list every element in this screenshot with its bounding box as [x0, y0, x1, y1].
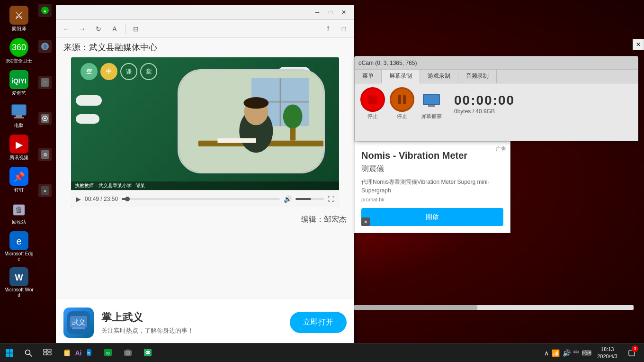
taskbar: Ai 🛍 iQ: [0, 343, 644, 362]
ocam-scrollbar[interactable]: [354, 305, 634, 310]
desktop-icon-recycle[interactable]: 🗑 回收站: [2, 197, 36, 227]
svg-point-27: [44, 118, 46, 119]
notification-center-button[interactable]: 3: [623, 344, 640, 362]
ocam-tab-menu[interactable]: 菜单: [355, 70, 382, 83]
svg-text:▲: ▲: [43, 9, 47, 13]
svg-point-42: [283, 104, 303, 128]
back-button[interactable]: ←: [60, 22, 73, 36]
col2-icon-3[interactable]: □: [38, 76, 52, 89]
volume-fill: [295, 198, 311, 200]
taskbar-clock[interactable]: 18:13 2020/4/3: [594, 346, 620, 360]
col2-icon-5[interactable]: ⚙: [38, 148, 52, 161]
task-view-button[interactable]: [38, 344, 57, 362]
read-button[interactable]: □: [337, 22, 350, 36]
desktop-icon-tengxun[interactable]: ▶ 腾讯视频: [2, 133, 36, 163]
ad-panel-open-button[interactable]: 開啟: [361, 208, 503, 226]
tray-volume-icon[interactable]: 🔊: [563, 349, 571, 357]
date-display: 2020/4/3: [597, 353, 617, 360]
play-button[interactable]: ▶: [76, 195, 81, 203]
tray-network-icon[interactable]: 📶: [552, 349, 560, 357]
label-zhong: 中: [100, 63, 117, 80]
svg-text:▶: ▶: [16, 139, 23, 150]
ocam-tab-audio-record[interactable]: 音频录制: [458, 70, 497, 83]
ime-indicator[interactable]: 中: [573, 349, 579, 357]
maximize-button[interactable]: □: [324, 6, 337, 19]
ad-logo: 武义: [63, 308, 94, 338]
label-ke: 课: [120, 63, 137, 80]
editor-info: 编辑：邹宏杰: [56, 211, 354, 228]
side-panel-close[interactable]: ✕: [633, 39, 644, 50]
bookmark-button[interactable]: ⊟: [129, 22, 143, 36]
svg-text:iQ: iQ: [106, 351, 110, 355]
svg-rect-8: [14, 117, 24, 118]
taskbar-app-camera[interactable]: [118, 344, 137, 362]
svg-point-66: [127, 352, 129, 354]
col2-icon-6[interactable]: ≡: [38, 184, 52, 197]
desktop-icon-yinyangshi[interactable]: ⚔ 阴阳师: [2, 4, 36, 34]
system-tray: ∧ 📶 🔊 中 ⌨ 18:13 2020/4/3 3: [540, 344, 644, 362]
font-button[interactable]: A: [108, 22, 121, 36]
svg-rect-53: [44, 349, 47, 352]
minimize-button[interactable]: ─: [311, 6, 324, 19]
ocam-screen-capture-button[interactable]: [419, 87, 444, 112]
ocam-tab-game-record[interactable]: 游戏录制: [420, 70, 458, 83]
label-kong: 空: [80, 63, 98, 80]
taskbar-app-wechat[interactable]: 💬: [138, 344, 157, 362]
desktop-icon-iqiyi[interactable]: iQIYI 爱奇艺: [2, 68, 36, 99]
desktop-icon-dingding[interactable]: 📌 钉钉: [2, 165, 36, 195]
ocam-controls: 停止 停止 屏幕捕获 00:00:00 0bytes / 40.9GB: [355, 83, 638, 124]
svg-text:W: W: [15, 273, 23, 282]
ocam-tab-screen-record[interactable]: 屏幕录制: [382, 70, 420, 83]
col2-icon-4[interactable]: [38, 112, 52, 125]
ad-panel-title: Nomis - Vibration Meter: [361, 150, 503, 161]
svg-rect-40: [217, 138, 256, 143]
volume-bar[interactable]: [295, 198, 324, 200]
close-button[interactable]: ✕: [337, 6, 350, 19]
screen-label: 屏幕捕获: [421, 113, 442, 120]
refresh-button[interactable]: ↻: [92, 22, 105, 36]
ocam-screen-group: 屏幕捕获: [419, 87, 444, 120]
tray-overflow-button[interactable]: ∧: [544, 349, 549, 357]
svg-rect-45: [72, 327, 85, 329]
ocam-titlebar: oCam (0, 3, 1365, 765): [355, 56, 638, 70]
forward-button[interactable]: →: [76, 22, 89, 36]
start-button[interactable]: [0, 344, 19, 362]
svg-text:武义: 武义: [72, 318, 85, 326]
desktop-icon-word[interactable]: W Microsoft Word: [2, 265, 36, 299]
ad-panel-close-icon[interactable]: ✕: [361, 217, 370, 226]
ad-open-button[interactable]: 立即打开: [290, 312, 347, 333]
desktop-icon-360[interactable]: 360 360安全卫士: [2, 36, 36, 66]
tray-keyboard-icon[interactable]: ⌨: [582, 349, 591, 357]
fullscreen-button[interactable]: ⛶: [328, 195, 334, 203]
ad-panel-url: promat.hk: [361, 197, 503, 202]
svg-rect-7: [16, 115, 22, 117]
volume-button[interactable]: 🔊: [284, 195, 292, 203]
ai-button[interactable]: Ai: [70, 344, 87, 362]
stop-label: 停止: [367, 113, 378, 120]
col2-icon-1[interactable]: ▲: [38, 4, 52, 17]
ocam-scrollbar-thumb[interactable]: [354, 305, 477, 310]
search-button[interactable]: [19, 344, 38, 362]
ai-label: Ai: [75, 349, 82, 357]
progress-dot: [125, 197, 130, 201]
ocam-stop-button[interactable]: [360, 87, 385, 112]
col2-icon-2[interactable]: 👤: [38, 40, 52, 53]
video-controls: ▶ 00:49 / 23:50 🔊 ⛶: [71, 190, 339, 207]
share-button[interactable]: ⤴: [321, 22, 334, 36]
page-header: 来源：武义县融媒体中心: [56, 38, 354, 57]
svg-text:□: □: [44, 81, 46, 85]
progress-bar[interactable]: [122, 198, 280, 200]
taskbar-app-iqiyi[interactable]: iQ: [98, 344, 117, 362]
video-player[interactable]: 空 中 课 堂: [71, 57, 339, 190]
pause-bar-2: [403, 95, 406, 104]
video-label-area: 空 中 课 堂: [80, 63, 157, 80]
monitor-icon: [423, 94, 440, 105]
ocam-pause-button[interactable]: [390, 87, 414, 112]
svg-rect-54: [48, 349, 51, 352]
time-display: 18:13: [601, 346, 614, 353]
svg-rect-55: [44, 353, 47, 355]
svg-rect-49: [6, 353, 9, 357]
ocam-storage: 0bytes / 40.9GB: [454, 108, 515, 115]
desktop-icon-pc[interactable]: 电脑: [2, 100, 36, 131]
desktop-icon-edge[interactable]: e Microsoft Edge: [2, 229, 36, 263]
